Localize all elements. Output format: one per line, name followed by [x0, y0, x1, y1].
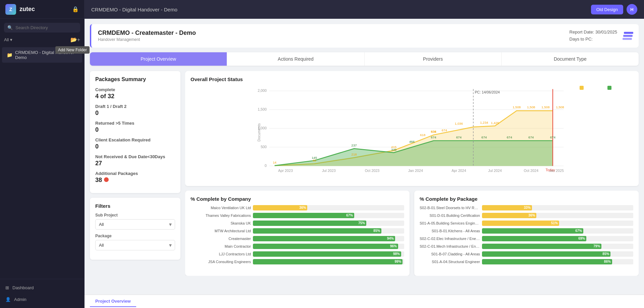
stat-not-received-label: Not Received & Due Date<30Days	[95, 154, 175, 159]
bottom-tab-project-overview[interactable]: Project Overview	[90, 296, 136, 307]
bar-label: S01-B-07.Cladding - All Areas	[420, 252, 480, 256]
tab-actions-required[interactable]: Actions Required	[227, 52, 364, 66]
bar-label: S01-B-01.Kitchens - All Areas	[420, 229, 480, 233]
tab-document-type[interactable]: Document Type	[502, 52, 639, 66]
stat-complete-label: Complete	[95, 87, 175, 92]
bar-fill: 75%	[253, 221, 366, 226]
stat-not-received-value: 27	[95, 160, 175, 167]
bar-track: 36%	[253, 205, 404, 210]
stat-draft: Draft 1 / Draft 2 0	[95, 104, 175, 117]
svg-text:Apr 2024: Apr 2024	[451, 169, 466, 173]
bar-track: 75%	[253, 221, 404, 226]
stat-draft-label: Draft 1 / Draft 2	[95, 104, 175, 109]
tab-providers[interactable]: Providers	[365, 52, 502, 66]
filter-package-select[interactable]: All	[95, 240, 175, 250]
main-content: CRMDEMO - Digital Handover - Demo Old De…	[85, 0, 644, 308]
dashboard-icon: ⊞	[5, 285, 9, 290]
folder-plus-icon: 📂+	[70, 37, 80, 43]
all-row: All ▾ 📂+	[0, 35, 84, 46]
project-header-right: Report Date: 30/01/2025 Days to PC:	[570, 29, 632, 43]
svg-text:1,500: 1,500	[258, 107, 267, 111]
svg-text:2,000: 2,000	[258, 88, 267, 93]
left-panel: Packages Summary Complete 4 of 32 Draft …	[90, 71, 180, 276]
filter-package-wrapper: All	[95, 240, 175, 250]
svg-text:1,425: 1,425	[491, 121, 499, 125]
bar-fill: 85%	[482, 251, 610, 257]
stat-escalation: Client Escalation Required 0	[95, 137, 175, 150]
project-subtitle: Handover Management	[98, 37, 196, 42]
bar-track: 85%	[253, 228, 404, 234]
bar-track: 86%	[482, 259, 633, 264]
stacked-pages-icon[interactable]	[623, 32, 632, 40]
page-layer-2	[623, 35, 633, 37]
search-icon: 🔍	[7, 25, 13, 30]
bar-fill: 36%	[253, 205, 307, 210]
bottom-nav-admin[interactable]: 👤 Admin	[0, 294, 84, 305]
svg-text:674: 674	[507, 135, 513, 139]
top-bar-title: CRMDEMO - Digital Handover - Demo	[91, 7, 177, 12]
search-box[interactable]: 🔍	[4, 23, 80, 33]
chevron-down-icon: ▾	[10, 37, 12, 42]
stat-escalation-value: 0	[95, 143, 175, 150]
stat-returned: Returned >5 Times 0	[95, 121, 175, 133]
old-design-button[interactable]: Old Design	[591, 5, 623, 14]
bar-row: Skanska UK 75%	[191, 221, 404, 226]
bar-label: Thames Valley Fabrications	[191, 213, 251, 218]
bar-row: S02-C-01.Mech Infrastructure / Energy C.…	[420, 244, 633, 249]
search-input[interactable]	[15, 25, 77, 30]
stat-escalation-label: Client Escalation Required	[95, 137, 175, 142]
svg-text:Apr 2023: Apr 2023	[278, 169, 293, 173]
admin-icon: 👤	[5, 297, 11, 302]
svg-text:836: 836	[431, 130, 436, 133]
svg-text:Jul 2024: Jul 2024	[488, 169, 502, 173]
bar-track: 85%	[482, 251, 633, 257]
svg-text:14: 14	[273, 160, 276, 164]
svg-text:500: 500	[261, 145, 267, 149]
svg-text:1,508: 1,508	[541, 105, 549, 109]
filter-sub-project-select[interactable]: All	[95, 219, 175, 230]
page-layer-3	[623, 38, 632, 40]
bar-row: MTW Architectural Ltd 85%	[191, 228, 404, 234]
legend-expected-dot	[580, 86, 584, 90]
bar-row: S02-C-02.Elec Infrastructure / Energy Ce…	[420, 236, 633, 241]
tab-project-overview[interactable]: Project Overview	[90, 52, 227, 66]
bar-track: 98%	[253, 251, 404, 257]
svg-text:Oct 2024: Oct 2024	[524, 169, 539, 173]
user-avatar[interactable]: H	[627, 4, 637, 15]
sidebar-bottom: ⊞ Dashboard 👤 Admin	[0, 279, 84, 308]
bar-label: Skanska UK	[191, 221, 251, 225]
project-header-card: CRMDEMO - Createmaster - Demo Handover M…	[90, 24, 639, 48]
bottom-nav-dashboard[interactable]: ⊞ Dashboard	[0, 282, 84, 294]
folder-icon: 📁	[7, 52, 12, 58]
filter-package: Package All	[95, 234, 175, 250]
project-title: CRMDEMO - Createmaster - Demo	[98, 29, 196, 37]
overall-chart-container: Expected Received 2,000 1,500 1,000	[191, 85, 633, 181]
bottom-charts-row: % Complete by Company Maico Ventilation …	[185, 191, 639, 276]
add-folder-button[interactable]: 📂+	[70, 37, 80, 43]
bar-fill: 85%	[253, 228, 381, 234]
bottom-tab-bar: Project Overview	[85, 295, 644, 308]
bar-row: Maico Ventilation UK Ltd 36%	[191, 205, 404, 210]
content-area: CRMDEMO - Createmaster - Demo Handover M…	[85, 19, 644, 295]
company-chart-title: % Complete by Company	[191, 196, 404, 202]
svg-text:1,508: 1,508	[527, 105, 535, 109]
sidebar-nav: 📁 CRMDEMO - Digital Handover - Demo	[0, 46, 84, 279]
top-bar: CRMDEMO - Digital Handover - Demo Old De…	[85, 0, 644, 19]
overall-status-chart-card: Overall Project Status Expected Received	[185, 71, 639, 186]
bar-fill: 86%	[482, 259, 612, 264]
bar-fill: 69%	[482, 236, 586, 241]
stat-additional-value: 38	[95, 177, 102, 184]
bar-track: 96%	[253, 244, 404, 249]
svg-text:1,508: 1,508	[513, 105, 521, 109]
bar-row: LJJ Contractors Ltd 98%	[191, 251, 404, 257]
stat-returned-label: Returned >5 Times	[95, 121, 175, 126]
svg-text:674: 674	[431, 135, 437, 139]
days-to-pc-text: Days to PC:	[570, 36, 617, 43]
stat-additional-label: Additional Packages	[95, 171, 175, 176]
overall-status-svg: 2,000 1,500 1,000 500 0 Documents	[191, 85, 633, 179]
legend-expected-label: Expected	[585, 85, 602, 90]
bar-fill: 33%	[482, 205, 532, 210]
bar-track: 79%	[482, 244, 633, 249]
all-dropdown[interactable]: All ▾	[4, 37, 12, 42]
pc-label: PC: 14/06/2024	[475, 90, 500, 94]
